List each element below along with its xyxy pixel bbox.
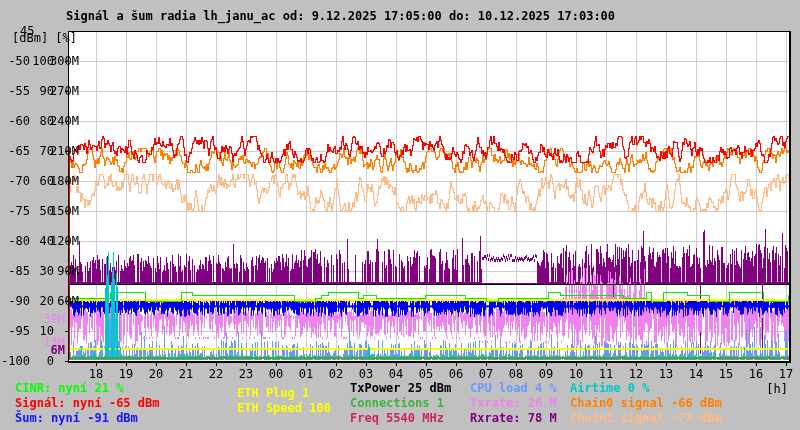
legend-chain1: Chain1 signal -73 dBm — [570, 412, 722, 425]
x-tick-hour: 11 — [595, 368, 617, 381]
legend-eth-speed: ETH Speed 100 — [237, 402, 331, 415]
x-tick-hour: 20 — [145, 368, 167, 381]
y-tick-rate: 300M — [49, 55, 79, 68]
y-tick-dbm: -55 — [1, 85, 30, 98]
x-tick-hour: 12 — [625, 368, 647, 381]
chart-canvas — [0, 0, 800, 430]
y-tick-dbm: -80 — [1, 235, 30, 248]
legend-freq: Freq 5540 MHz — [350, 412, 444, 425]
legend-txrate: Txrate: 26 M — [470, 397, 557, 410]
y-tick-dbm: -65 — [1, 145, 30, 158]
x-tick-hour: 17 — [775, 368, 797, 381]
legend-chain0: Chain0 signal -66 dBm — [570, 397, 722, 410]
x-tick-hour: 08 — [505, 368, 527, 381]
y-axis-unit-label: [dBm] [%] — [12, 32, 77, 45]
legend-signal: Signál: nyní -65 dBm — [15, 397, 160, 410]
x-tick-hour: 22 — [205, 368, 227, 381]
x-tick-hour: 05 — [415, 368, 437, 381]
legend-sum: Šum: nyní -91 dBm — [15, 412, 138, 425]
x-tick-hour: 09 — [535, 368, 557, 381]
legend-cinr: CINR: nyní 21 % — [15, 382, 123, 395]
y-tick-rate: 60M — [49, 295, 79, 308]
y-tick-dbm: -60 — [1, 115, 30, 128]
legend-rxrate: Rxrate: 78 M — [470, 412, 557, 425]
y-tick-dbm: -50 — [1, 55, 30, 68]
x-tick-hour: 16 — [745, 368, 767, 381]
x-tick-hour: 04 — [385, 368, 407, 381]
y-tick-rate: 210M — [49, 145, 79, 158]
y-marker-39M: 39M — [30, 313, 65, 326]
x-tick-hour: 02 — [325, 368, 347, 381]
x-tick-hour: 13 — [655, 368, 677, 381]
legend-eth-plug: ETH Plug 1 — [237, 387, 309, 400]
x-tick-hour: 23 — [235, 368, 257, 381]
x-tick-hour: 00 — [265, 368, 287, 381]
y-tick-rate: 120M — [49, 235, 79, 248]
x-tick-hour: 10 — [565, 368, 587, 381]
x-tick-hour: 21 — [175, 368, 197, 381]
legend-cpu-load: CPU load 4 % — [470, 382, 557, 395]
y-tick-dbm: -95 — [1, 325, 30, 338]
y-tick-rate: 90M — [49, 265, 79, 278]
x-tick-hour: 07 — [475, 368, 497, 381]
x-tick-hour: 15 — [715, 368, 737, 381]
y-tick-dbm: -85 — [1, 265, 30, 278]
x-axis-unit-label: [h] — [760, 383, 788, 396]
y-tick-rate: 180M — [49, 175, 79, 188]
x-tick-hour: 06 — [445, 368, 467, 381]
chart-title: Signál a šum radia lh_janu_ac od: 9.12.2… — [66, 10, 615, 23]
x-tick-hour: 01 — [295, 368, 317, 381]
legend-airtime: Airtime 0 % — [570, 382, 649, 395]
y-tick-rate: 150M — [49, 205, 79, 218]
y-tick-rate: 240M — [49, 115, 79, 128]
y-marker-6M: 6M — [30, 344, 65, 357]
x-tick-hour: 19 — [115, 368, 137, 381]
y-tick-dbm: -100 — [1, 355, 30, 368]
x-tick-hour: 18 — [85, 368, 107, 381]
legend-txpower: TxPower 25 dBm — [350, 382, 451, 395]
x-tick-hour: 03 — [355, 368, 377, 381]
y-tick-dbm: -70 — [1, 175, 30, 188]
y-tick-dbm: -90 — [1, 295, 30, 308]
x-tick-hour: 14 — [685, 368, 707, 381]
y-tick-rate: 270M — [49, 85, 79, 98]
y-tick-dbm: -75 — [1, 205, 30, 218]
rrd-graph-page: Signál a šum radia lh_janu_ac od: 9.12.2… — [0, 0, 800, 430]
legend-connections: Connections 1 — [350, 397, 444, 410]
